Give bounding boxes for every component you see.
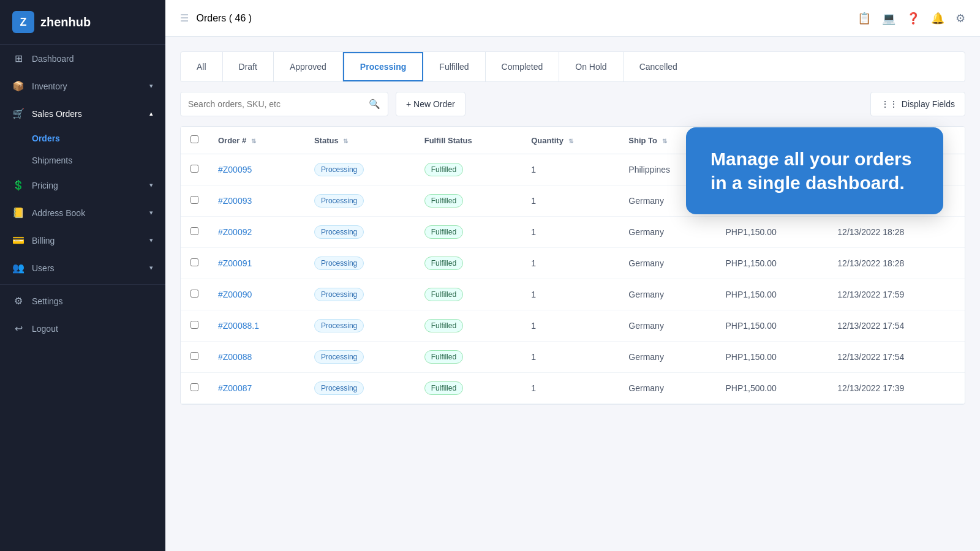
row-checkbox[interactable] <box>190 321 198 329</box>
order-number-cell: #Z00088 <box>208 342 304 373</box>
logo-text: zhenhub <box>40 15 91 29</box>
order-number-cell: #Z00087 <box>208 373 304 404</box>
select-all-checkbox[interactable] <box>190 135 198 143</box>
tab-approved[interactable]: Approved <box>274 52 343 81</box>
fulfill-status-cell: Fulfilled <box>415 342 521 373</box>
tab-completed[interactable]: Completed <box>486 52 560 81</box>
row-checkbox[interactable] <box>190 227 198 235</box>
pricing-icon: 💲 <box>12 179 24 191</box>
logo-icon: Z <box>12 11 34 33</box>
sidebar-item-address-book[interactable]: 📒 Address Book ▾ <box>0 199 165 227</box>
row-checkbox-cell[interactable] <box>181 248 208 279</box>
row-checkbox[interactable] <box>190 196 198 204</box>
settings-icon: ⚙ <box>12 295 24 307</box>
order-number-cell: #Z00091 <box>208 248 304 279</box>
sidebar-item-sales-orders[interactable]: 🛒 Sales Orders ▴ <box>0 100 165 127</box>
sidebar-item-pricing[interactable]: 💲 Pricing ▾ <box>0 171 165 199</box>
bell-icon[interactable]: 🔔 <box>931 12 944 25</box>
sidebar-item-logout[interactable]: ↩ Logout <box>0 315 165 342</box>
new-order-button[interactable]: + New Order <box>396 92 466 116</box>
fulfill-status-badge: Fulfilled <box>424 163 463 176</box>
status-badge: Processing <box>314 381 364 395</box>
clipboard-icon[interactable]: 📋 <box>858 12 871 25</box>
sort-icon: ⇅ <box>662 138 667 144</box>
row-checkbox-cell[interactable] <box>181 186 208 217</box>
row-checkbox-cell[interactable] <box>181 373 208 404</box>
order-link[interactable]: #Z00088.1 <box>218 321 259 331</box>
chevron-down-icon: ▾ <box>149 82 153 90</box>
sales-orders-icon: 🛒 <box>12 108 24 119</box>
row-checkbox[interactable] <box>190 165 198 173</box>
created-cell: 12/13/2022 17:59 <box>827 279 965 310</box>
fulfill-status-cell: Fulfilled <box>415 154 521 186</box>
sidebar-item-dashboard[interactable]: ⊞ Dashboard <box>0 45 165 72</box>
tab-processing[interactable]: Processing <box>343 52 423 81</box>
order-link[interactable]: #Z00091 <box>218 258 252 268</box>
row-checkbox-cell[interactable] <box>181 310 208 342</box>
table-row: #Z00088.1 Processing Fulfilled 1 Germany… <box>181 310 965 342</box>
fulfill-status-badge: Fulfilled <box>424 319 463 332</box>
status-badge: Processing <box>314 225 364 239</box>
topbar-title: ☰ Orders ( 46 ) <box>180 12 252 24</box>
help-icon[interactable]: ❓ <box>907 12 920 25</box>
sidebar-item-label: Logout <box>32 324 58 334</box>
col-status[interactable]: Status ⇅ <box>304 127 415 154</box>
monitor-icon[interactable]: 💻 <box>882 12 895 25</box>
select-all-cell[interactable] <box>181 127 208 154</box>
search-input[interactable] <box>188 99 369 109</box>
status-badge: Processing <box>314 194 364 208</box>
row-checkbox[interactable] <box>190 352 198 360</box>
order-link[interactable]: #Z00087 <box>218 383 252 393</box>
status-cell: Processing <box>304 279 415 310</box>
status-cell: Processing <box>304 342 415 373</box>
ship-to-cell: Germany <box>619 279 715 310</box>
fulfill-status-badge: Fulfilled <box>424 194 463 208</box>
created-cell: 12/13/2022 17:54 <box>827 310 965 342</box>
sidebar-item-inventory[interactable]: 📦 Inventory ▾ <box>0 72 165 100</box>
order-link[interactable]: #Z00090 <box>218 290 252 299</box>
order-link[interactable]: #Z00093 <box>218 196 252 206</box>
tab-on-hold[interactable]: On Hold <box>559 52 623 81</box>
order-link[interactable]: #Z00092 <box>218 227 252 237</box>
col-fulfill-status[interactable]: Fulfill Status <box>415 127 521 154</box>
display-fields-button[interactable]: ⋮⋮ Display Fields <box>870 92 965 116</box>
row-checkbox[interactable] <box>190 290 198 298</box>
created-cell: 12/13/2022 18:28 <box>827 248 965 279</box>
row-checkbox-cell[interactable] <box>181 154 208 186</box>
tab-fulfilled[interactable]: Fulfilled <box>423 52 485 81</box>
inventory-icon: 📦 <box>12 80 24 92</box>
sidebar-logo[interactable]: Z zhenhub <box>0 0 165 45</box>
col-order[interactable]: Order # ⇅ <box>208 127 304 154</box>
sidebar-sub-item-orders[interactable]: Orders <box>32 127 165 149</box>
ship-to-cell: Germany <box>619 248 715 279</box>
sidebar-sub-item-shipments[interactable]: Shipments <box>32 149 165 171</box>
order-number-cell: #Z00090 <box>208 279 304 310</box>
col-quantity[interactable]: Quantity ⇅ <box>521 127 619 154</box>
tab-all[interactable]: All <box>181 52 223 81</box>
order-link[interactable]: #Z00095 <box>218 165 252 174</box>
dashboard-icon: ⊞ <box>12 53 24 64</box>
row-checkbox-cell[interactable] <box>181 342 208 373</box>
sales-orders-submenu: Orders Shipments <box>0 127 165 171</box>
chevron-up-icon: ▴ <box>149 110 153 118</box>
tab-cancelled[interactable]: Cancelled <box>624 52 693 81</box>
row-checkbox[interactable] <box>190 383 198 391</box>
status-cell: Processing <box>304 310 415 342</box>
fulfill-status-cell: Fulfilled <box>415 186 521 217</box>
row-checkbox[interactable] <box>190 258 198 266</box>
fulfill-status-cell: Fulfilled <box>415 217 521 248</box>
order-link[interactable]: #Z00088 <box>218 352 252 362</box>
row-checkbox-cell[interactable] <box>181 279 208 310</box>
gear-icon[interactable]: ⚙ <box>956 12 965 25</box>
order-number-cell: #Z00095 <box>208 154 304 186</box>
status-cell: Processing <box>304 154 415 186</box>
sidebar-item-users[interactable]: 👥 Users ▾ <box>0 254 165 282</box>
sidebar-item-label: Sales Orders <box>32 109 82 119</box>
table-row: #Z00092 Processing Fulfilled 1 Germany P… <box>181 217 965 248</box>
tab-draft[interactable]: Draft <box>223 52 274 81</box>
sidebar-item-settings[interactable]: ⚙ Settings <box>0 287 165 315</box>
search-icon: 🔍 <box>369 99 380 110</box>
sidebar-item-billing[interactable]: 💳 Billing ▾ <box>0 227 165 254</box>
total-price-cell: PHP1,150.00 <box>715 342 827 373</box>
row-checkbox-cell[interactable] <box>181 217 208 248</box>
